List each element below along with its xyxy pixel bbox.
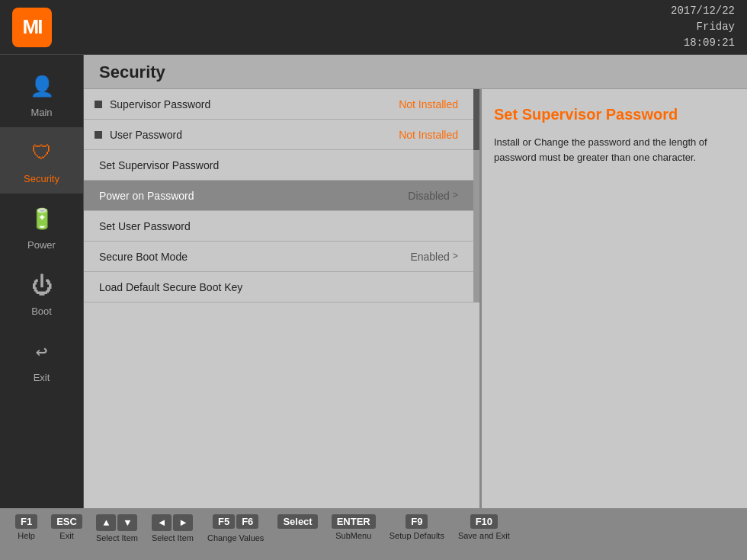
label-user-password: User Password bbox=[110, 129, 393, 141]
f10-label: Save and Exit bbox=[458, 531, 510, 540]
menu-list-inner: Supervisor Password Not Installed User P… bbox=[84, 89, 479, 302]
key-group-f10: F10 Save and Exit bbox=[458, 514, 510, 540]
esc-label: Exit bbox=[59, 531, 73, 540]
date: 2017/12/22 bbox=[671, 3, 735, 19]
value-supervisor-password: Not Installed bbox=[399, 98, 458, 110]
arrow-secure-boot-mode: > bbox=[453, 251, 458, 262]
exit-icon: ↩ bbox=[25, 335, 59, 369]
bottom-bar: F1 Help ESC Exit ▲ ▼ Select Item ◄ ► Sel… bbox=[0, 508, 747, 560]
f1-badge[interactable]: F1 bbox=[15, 514, 37, 529]
bios-body: 👤 Main 🛡 Security 🔋 Power ⏻ Boot ↩ Exit … bbox=[0, 55, 747, 508]
key-group-f5f6: F5 F6 Change Values bbox=[207, 514, 264, 542]
f9-badge[interactable]: F9 bbox=[406, 514, 428, 529]
sidebar-item-security[interactable]: 🛡 Security bbox=[0, 127, 83, 194]
leftright-label: Select Item bbox=[152, 533, 194, 542]
content-area: Security Supervisor Password Not Install… bbox=[84, 55, 747, 508]
menu-item-user-password[interactable]: User Password Not Installed bbox=[84, 120, 473, 150]
main-icon: 👤 bbox=[25, 70, 59, 104]
menu-item-secure-boot-mode[interactable]: Secure Boot Mode Enabled > bbox=[84, 242, 473, 272]
power-icon: 🔋 bbox=[25, 203, 59, 236]
arrow-left-button[interactable]: ◄ bbox=[152, 514, 172, 531]
f5-badge[interactable]: F5 bbox=[213, 514, 235, 529]
sidebar-item-label-power: Power bbox=[27, 239, 56, 251]
menu-item-load-default-secure-boot-key[interactable]: Load Default Secure Boot Key bbox=[84, 272, 473, 302]
value-user-password: Not Installed bbox=[399, 129, 458, 141]
key-group-f9: F9 Setup Defaults bbox=[390, 514, 444, 540]
select-badge[interactable]: Select bbox=[277, 514, 317, 529]
help-text: Install or Change the password and the l… bbox=[494, 135, 735, 165]
label-power-on-password: Power on Password bbox=[99, 190, 402, 202]
key-group-enter: ENTER SubMenu bbox=[332, 514, 376, 540]
f1-label: Help bbox=[18, 531, 35, 540]
key-group-esc: ESC Exit bbox=[51, 514, 82, 540]
enter-badge[interactable]: ENTER bbox=[332, 514, 376, 529]
sidebar-item-label-security: Security bbox=[24, 173, 59, 184]
updown-label: Select Item bbox=[96, 533, 138, 542]
arrow-down-button[interactable]: ▼ bbox=[117, 514, 137, 531]
menu-item-set-supervisor-password[interactable]: Set Supervisor Password bbox=[84, 150, 473, 181]
arrow-right-button[interactable]: ► bbox=[173, 514, 193, 531]
sidebar-item-power[interactable]: 🔋 Power bbox=[0, 194, 83, 260]
help-panel: Set Supervisor Password Install or Chang… bbox=[482, 89, 747, 508]
arrow-power-on-password: > bbox=[453, 190, 458, 201]
help-title: Set Supervisor Password bbox=[494, 104, 735, 124]
arrow-up-button[interactable]: ▲ bbox=[96, 514, 116, 531]
sidebar-item-main[interactable]: 👤 Main bbox=[0, 61, 83, 127]
key-group-f1: F1 Help bbox=[15, 514, 37, 540]
boot-icon: ⏻ bbox=[25, 269, 59, 302]
arrow-row-updown: ▲ ▼ bbox=[96, 514, 137, 531]
mi-logo: MI bbox=[12, 8, 52, 47]
enter-label: SubMenu bbox=[335, 531, 371, 540]
key-group-leftright: ◄ ► Select Item bbox=[152, 514, 194, 542]
menu-item-set-user-password[interactable]: Set User Password bbox=[84, 211, 473, 242]
sidebar-item-label-main: Main bbox=[30, 107, 52, 118]
f10-badge[interactable]: F10 bbox=[470, 514, 498, 529]
menu-list: Supervisor Password Not Installed User P… bbox=[84, 89, 482, 508]
scrollbar-track bbox=[473, 89, 479, 302]
sidebar-item-label-exit: Exit bbox=[34, 372, 50, 383]
sidebar-item-exit[interactable]: ↩ Exit bbox=[0, 326, 83, 392]
arrow-row-leftright: ◄ ► bbox=[152, 514, 193, 531]
time: 18:09:21 bbox=[671, 35, 735, 51]
scrollbar-thumb[interactable] bbox=[473, 89, 479, 150]
f5f6-label: Change Values bbox=[207, 533, 264, 542]
value-power-on-password: Disabled bbox=[408, 190, 449, 202]
content-main: Supervisor Password Not Installed User P… bbox=[84, 89, 747, 508]
menu-item-supervisor-password[interactable]: Supervisor Password Not Installed bbox=[84, 89, 473, 120]
label-supervisor-password: Supervisor Password bbox=[110, 98, 393, 110]
datetime: 2017/12/22 Friday 18:09:21 bbox=[671, 3, 735, 51]
f9-label: Setup Defaults bbox=[390, 531, 444, 540]
esc-badge[interactable]: ESC bbox=[51, 514, 82, 529]
bullet-icon bbox=[95, 131, 102, 139]
label-secure-boot-mode: Secure Boot Mode bbox=[99, 251, 404, 263]
f6-badge[interactable]: F6 bbox=[236, 514, 258, 529]
key-group-select: Select bbox=[277, 514, 317, 531]
label-set-supervisor-password: Set Supervisor Password bbox=[99, 159, 458, 171]
top-bar: MI 2017/12/22 Friday 18:09:21 bbox=[0, 0, 747, 55]
label-load-default-secure-boot-key: Load Default Secure Boot Key bbox=[99, 281, 458, 293]
security-icon: 🛡 bbox=[25, 136, 59, 170]
key-group-updown: ▲ ▼ Select Item bbox=[96, 514, 138, 542]
label-set-user-password: Set User Password bbox=[99, 220, 458, 232]
page-title: Security bbox=[84, 55, 747, 89]
day: Friday bbox=[671, 19, 735, 35]
sidebar-item-label-boot: Boot bbox=[31, 306, 52, 317]
bullet-icon bbox=[95, 101, 102, 108]
menu-item-power-on-password[interactable]: Power on Password Disabled > bbox=[84, 181, 473, 211]
sidebar: 👤 Main 🛡 Security 🔋 Power ⏻ Boot ↩ Exit bbox=[0, 55, 84, 508]
menu-items-col: Supervisor Password Not Installed User P… bbox=[84, 89, 473, 302]
sidebar-item-boot[interactable]: ⏻ Boot bbox=[0, 260, 83, 326]
value-secure-boot-mode: Enabled bbox=[410, 251, 449, 263]
